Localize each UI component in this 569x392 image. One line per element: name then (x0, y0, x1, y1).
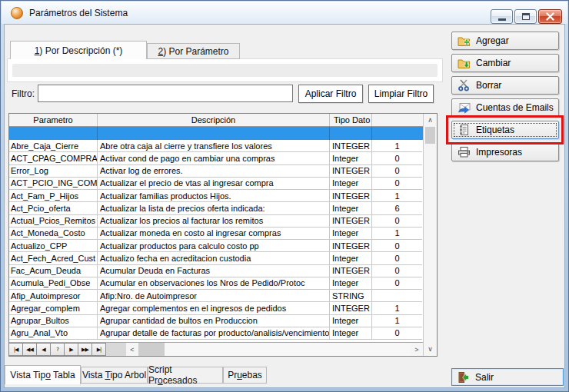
table-row[interactable]: Afip_Autoimpresor Afip:Nro. de Autoimpre… (9, 290, 423, 302)
nav-button[interactable]: ? (51, 343, 65, 356)
cell-valor[interactable]: 1 (372, 315, 422, 327)
vertical-scroll-thumb[interactable] (425, 127, 435, 144)
cambiar-button[interactable]: Cambiar (451, 54, 559, 72)
cell-tipo-dato[interactable]: INTEGER (330, 165, 372, 178)
table-row[interactable]: Fac_Acum_Deuda Acumular Deuda en Factura… (9, 265, 423, 277)
minimize-button[interactable] (491, 9, 513, 24)
cell-parametro[interactable]: Act_Pcio_oferta (9, 202, 98, 214)
cell-tipo-dato[interactable]: Integer (330, 315, 372, 327)
cell-valor[interactable]: 1 (372, 228, 422, 240)
column-header-tipo-dato[interactable]: Tipo Dato (330, 114, 372, 126)
cell-parametro[interactable]: ACT_PCIO_ING_COM (9, 178, 98, 190)
column-header-descripcion[interactable]: Descripción (98, 114, 330, 126)
table-row[interactable]: Act_Moneda_Costo Actualizar moneda en co… (9, 228, 423, 240)
cell-valor[interactable]: 0 (372, 327, 422, 340)
cell-valor[interactable]: 0 (372, 215, 422, 228)
cell-parametro[interactable]: Afip_Autoimpresor (9, 290, 98, 302)
cell-valor[interactable]: 6 (372, 202, 422, 214)
cell-descripcion[interactable]: Actualizo fecha en acreditacion custodia (98, 252, 330, 264)
column-header-parametro[interactable]: Parametro (9, 114, 98, 126)
cell-tipo-dato[interactable]: INTEGER (330, 190, 372, 202)
cell-valor[interactable]: 0 (372, 240, 422, 252)
cell-tipo-dato[interactable]: Integer (330, 178, 372, 190)
scroll-down-icon[interactable]: ∨ (423, 342, 437, 356)
cell-tipo-dato[interactable]: INTEGER (330, 240, 372, 252)
table-row[interactable]: Act_Fech_Acred_Cust Actualizo fecha en a… (9, 252, 423, 264)
maximize-button[interactable] (514, 9, 537, 24)
cell-tipo-dato[interactable]: INTEGER (330, 265, 372, 277)
cell-valor[interactable] (372, 290, 422, 302)
etiquetas-button[interactable]: Etiquetas (451, 121, 559, 139)
cell-valor[interactable]: 1 (372, 140, 422, 152)
cell-parametro[interactable]: Agrupar_Bultos (9, 315, 98, 327)
cell-valor[interactable]: 0 (372, 152, 422, 164)
cell-tipo-dato[interactable]: Integer (330, 277, 372, 290)
borrar-button[interactable]: Borrar (451, 76, 559, 95)
agregar-button[interactable]: Agregar (451, 32, 559, 50)
cell-parametro[interactable]: Error_Log (9, 165, 98, 178)
cell-parametro[interactable]: Act_Fam_P_Hijos (9, 190, 98, 202)
tab-script-procesados[interactable]: Script Procesados (148, 367, 223, 384)
cell-parametro[interactable]: Act_Moneda_Costo (9, 228, 98, 240)
nav-button[interactable]: ▶| (92, 343, 106, 356)
table-row[interactable]: Act_Pcio_oferta Actualizar la lista de p… (9, 202, 423, 214)
scroll-left-icon[interactable]: < (126, 343, 138, 356)
cell-tipo-dato[interactable]: INTEGER (330, 302, 372, 314)
tab-vista-tipo-arbol[interactable]: Vista Tipo Arbol (81, 367, 148, 384)
cell-tipo-dato[interactable]: Integer (330, 152, 372, 164)
cell-descripcion[interactable]: Actualizar productos para calculo costo … (98, 240, 330, 252)
cuentas-de-emails-button[interactable]: Cuentas de Emails (451, 98, 559, 117)
table-row[interactable]: Acumula_Pedi_Obse Acumular en observacio… (9, 277, 423, 290)
cell-descripcion[interactable]: Acumular Deuda en Facturas (98, 265, 330, 277)
cell-descripcion[interactable]: Actualizar la lista de precios oferta in… (98, 202, 330, 214)
cell-valor[interactable]: 0 (372, 178, 422, 190)
cell-descripcion[interactable]: Activar cond de pago en cambiar una comp… (98, 152, 330, 164)
tab-por-descripcion[interactable]: 1) Por Descripción (*) (10, 41, 147, 59)
cell-descripcion[interactable]: Agrupar cantidad de bultos en Produccion (98, 315, 330, 327)
table-row[interactable]: Agru_Anal_Vto Agrupar detalle de factura… (9, 327, 423, 340)
filter-input[interactable] (38, 85, 293, 102)
cell-tipo-dato[interactable]: INTEGER (330, 215, 372, 228)
cell-valor[interactable]: 0 (372, 165, 422, 178)
column-header-valor[interactable] (372, 114, 422, 126)
cell-descripcion[interactable]: Acumular en observaciones los Nros de Pe… (98, 277, 330, 290)
nav-button[interactable]: ◀◀ (23, 343, 37, 356)
nav-button[interactable]: ▶▶ (78, 343, 92, 356)
vertical-scrollbar[interactable]: ∧ (423, 114, 437, 342)
cell-tipo-dato[interactable]: Integer (330, 252, 372, 264)
table-row[interactable]: ACT_PCIO_ING_COM Actualizar el precio de… (9, 178, 423, 190)
cell-tipo-dato[interactable]: INTEGER (330, 140, 372, 152)
cell-descripcion[interactable]: Afip:Nro. de Autoimpresor (98, 290, 330, 302)
tab-pruebas[interactable]: Pruebas (223, 367, 267, 384)
table-row[interactable]: Act_Fam_P_Hijos Actualizar familias prod… (9, 190, 423, 202)
cell-valor[interactable]: 0 (372, 265, 422, 277)
table-row[interactable]: Actualizo_CPP Actualizar productos para … (9, 240, 423, 252)
cell-parametro[interactable]: Actualizo_CPP (9, 240, 98, 252)
apply-filter-button[interactable]: Aplicar Filtro (298, 85, 363, 103)
nav-button[interactable]: |◀ (9, 343, 23, 356)
cell-descripcion[interactable]: Actualizar familias productos Hijos. (98, 190, 330, 202)
cell-descripcion[interactable]: Activar log de errores. (98, 165, 330, 178)
cell-parametro[interactable]: Agru_Anal_Vto (9, 327, 98, 340)
cell-parametro[interactable]: ACT_CPAG_COMPRA (9, 152, 98, 164)
table-row[interactable]: ACT_CPAG_COMPRA Activar cond de pago en … (9, 152, 423, 164)
cell-valor[interactable]: 1 (372, 302, 422, 314)
horizontal-scrollbar[interactable]: < > (126, 343, 423, 356)
salir-button[interactable]: Salir (451, 368, 564, 386)
cell-descripcion[interactable]: Abre otra caja al cierre y transfiere lo… (98, 140, 330, 152)
cell-tipo-dato[interactable]: Integer (330, 228, 372, 240)
cell-descripcion[interactable]: Actualizar los precios al facturar los r… (98, 215, 330, 228)
cell-valor[interactable]: 0 (372, 277, 422, 290)
cell-parametro[interactable]: Fac_Acum_Deuda (9, 265, 98, 277)
scroll-up-icon[interactable]: ∧ (424, 114, 437, 126)
cell-tipo-dato[interactable]: STRING (330, 290, 372, 302)
cell-parametro[interactable]: Abre_Caja_Cierre (9, 140, 98, 152)
cell-valor[interactable]: 1 (372, 190, 422, 202)
selected-row[interactable] (9, 127, 423, 140)
horizontal-scroll-thumb[interactable] (138, 343, 165, 356)
table-row[interactable]: Agrupar_Bultos Agrupar cantidad de bulto… (9, 315, 423, 327)
scroll-right-icon[interactable]: > (411, 343, 423, 356)
cell-tipo-dato[interactable]: Integer (330, 327, 372, 340)
cell-descripcion[interactable]: Agregar complementos en el ingresos de p… (98, 302, 330, 314)
tab-vista-tipo-tabla[interactable]: Vista Tipo Tabla (5, 365, 81, 384)
